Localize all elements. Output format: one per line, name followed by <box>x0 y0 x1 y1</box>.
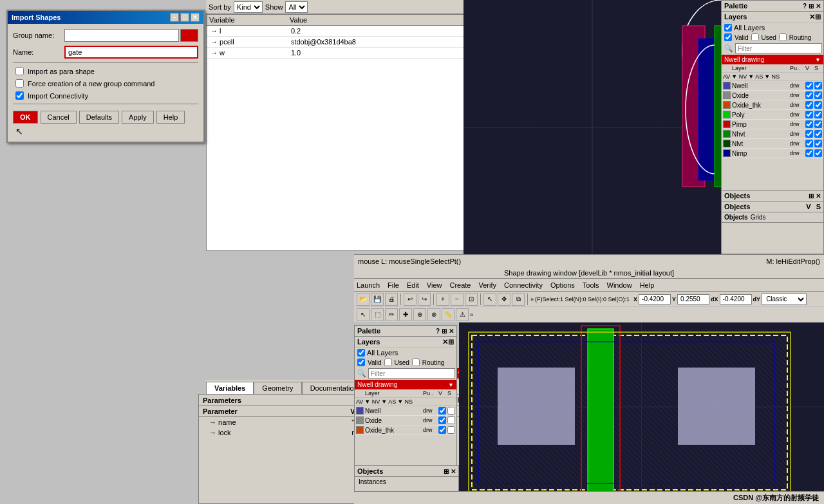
menu-edit[interactable]: Edit <box>407 281 419 289</box>
minimize-button[interactable]: − <box>170 13 179 22</box>
tb-print-btn[interactable]: 🖨 <box>385 293 398 306</box>
defaults-button[interactable]: Defaults <box>79 111 119 124</box>
palette-float-icon[interactable]: ⊞ <box>809 3 814 10</box>
pb-filter-input[interactable] <box>368 368 455 378</box>
tb-copy-btn[interactable]: ⧉ <box>512 293 525 306</box>
nwell-v-cb[interactable] <box>805 82 813 89</box>
layers-float-icon[interactable]: ⊞ <box>815 13 821 21</box>
tb-select-btn[interactable]: ↖ <box>483 293 496 306</box>
oxide-v-cb[interactable] <box>805 91 813 99</box>
close-button[interactable]: ✕ <box>191 13 200 22</box>
tb2-cross-btn[interactable]: ✚ <box>399 308 412 321</box>
pb-oxide-thk-v[interactable] <box>438 426 446 434</box>
pb-oxide-v[interactable] <box>438 416 446 424</box>
pb-all-layers-cb[interactable] <box>357 349 365 357</box>
menu-help[interactable]: Help <box>640 281 655 289</box>
oxide-thk-v-cb[interactable] <box>805 101 813 109</box>
tb2-ruler-btn[interactable]: 📏 <box>442 308 454 321</box>
nhvt-s-cb[interactable] <box>814 130 822 138</box>
group-name-dropdown[interactable] <box>180 29 198 42</box>
force-creation-checkbox[interactable] <box>15 79 24 88</box>
routing-cb[interactable] <box>779 33 787 41</box>
pb-oxide-s[interactable] <box>447 416 455 424</box>
palette-close-icon[interactable]: ✕ <box>816 3 821 10</box>
group-name-input[interactable] <box>64 29 179 42</box>
poly-v-cb[interactable] <box>805 111 813 118</box>
import-para-checkbox[interactable] <box>15 67 24 75</box>
tab-geometry[interactable]: Geometry <box>254 382 301 394</box>
objects-tab[interactable]: Objects <box>724 214 748 221</box>
pb-nwell-v[interactable] <box>438 407 446 415</box>
pb-oxide-thk-s[interactable] <box>447 426 455 434</box>
pb-layers-float[interactable]: ⊞ <box>448 338 454 346</box>
help-button[interactable]: Help <box>156 111 185 124</box>
import-connectivity-checkbox[interactable] <box>15 91 24 100</box>
tab-variables[interactable]: Variables <box>206 382 254 394</box>
dx-value[interactable]: -0.4200 <box>720 294 752 304</box>
y-value[interactable]: 0.2550 <box>677 294 709 304</box>
cancel-button[interactable]: Cancel <box>41 111 77 124</box>
nimp-v-cb[interactable] <box>805 149 813 157</box>
palette-help-icon[interactable]: ? <box>803 3 807 10</box>
tb2-expand-btn[interactable]: ⊕ <box>413 308 426 321</box>
ob-float-icon[interactable]: ⊞ <box>444 468 449 475</box>
tb-fit-btn[interactable]: ⊡ <box>465 293 478 306</box>
ob-close-icon[interactable]: ✕ <box>451 468 456 475</box>
tb-zoom-out-btn[interactable]: − <box>451 293 464 306</box>
pb-layers-close[interactable]: ✕ <box>442 338 448 346</box>
menu-create[interactable]: Create <box>449 281 471 289</box>
layers-close-icon[interactable]: ✕ <box>809 13 815 21</box>
pb-nwell-btn[interactable]: ▼ <box>448 382 454 388</box>
pb-routing-cb[interactable] <box>412 359 420 366</box>
nlvt-v-cb[interactable] <box>805 140 813 147</box>
objects-float-icon[interactable]: ⊞ <box>809 192 814 200</box>
poly-s-cb[interactable] <box>814 111 822 118</box>
menu-verify[interactable]: Verify <box>478 281 496 289</box>
tb2-selectbox-btn[interactable]: ⬚ <box>371 308 384 321</box>
nlvt-s-cb[interactable] <box>814 140 822 147</box>
tb-redo-btn[interactable]: ↪ <box>418 293 431 306</box>
menu-launch[interactable]: Launch <box>357 281 380 289</box>
sort-select[interactable]: Kind <box>234 1 263 13</box>
menu-window[interactable]: Window <box>607 281 632 289</box>
filter-input[interactable] <box>735 43 822 53</box>
name-input[interactable] <box>64 46 198 59</box>
tb-undo-btn[interactable]: ↩ <box>404 293 417 306</box>
pb-nwell-s[interactable] <box>447 407 455 415</box>
oxide-s-cb[interactable] <box>814 91 822 99</box>
tb-save-btn[interactable]: 💾 <box>371 293 384 306</box>
pimp-s-cb[interactable] <box>814 120 822 128</box>
classic-select[interactable]: Classic <box>762 294 807 305</box>
nhvt-v-cb[interactable] <box>805 130 813 138</box>
tb2-warning-btn[interactable]: ⚠ <box>456 308 469 321</box>
tb-move-btn[interactable]: ✥ <box>498 293 510 306</box>
menu-options[interactable]: Options <box>550 281 575 289</box>
pb-used-cb[interactable] <box>384 359 392 366</box>
pb-close-icon[interactable]: ✕ <box>449 328 454 335</box>
nimp-s-cb[interactable] <box>814 149 822 157</box>
used-cb[interactable] <box>751 33 759 41</box>
tb-open-btn[interactable]: 📂 <box>357 293 370 306</box>
apply-button[interactable]: Apply <box>122 111 154 124</box>
tb2-select-btn[interactable]: ↖ <box>357 308 370 321</box>
objects-close-icon[interactable]: ✕ <box>816 192 821 200</box>
menu-view[interactable]: View <box>427 281 442 289</box>
x-value[interactable]: -0.4200 <box>639 294 671 304</box>
restore-button[interactable]: □ <box>180 13 189 22</box>
menu-file[interactable]: File <box>388 281 399 289</box>
tb-zoom-in-btn[interactable]: + <box>436 293 449 306</box>
ok-button[interactable]: OK <box>13 111 38 124</box>
menu-tools[interactable]: Tools <box>583 281 599 289</box>
oxide-thk-s-cb[interactable] <box>814 101 822 109</box>
pb-help-icon[interactable]: ? <box>436 328 440 335</box>
nwell-drawing-btn[interactable]: ▼ <box>815 57 821 63</box>
grids-tab[interactable]: Grids <box>751 214 766 221</box>
valid-checkbox[interactable] <box>724 24 732 32</box>
show-select[interactable]: All <box>285 1 308 13</box>
valid-cb[interactable] <box>724 33 732 41</box>
nwell-s-cb[interactable] <box>814 82 822 89</box>
tb2-snap-btn[interactable]: ⊗ <box>427 308 440 321</box>
tb2-pen-btn[interactable]: ✏ <box>385 308 398 321</box>
pimp-v-cb[interactable] <box>805 120 813 128</box>
pb-valid-cb[interactable] <box>357 359 365 366</box>
